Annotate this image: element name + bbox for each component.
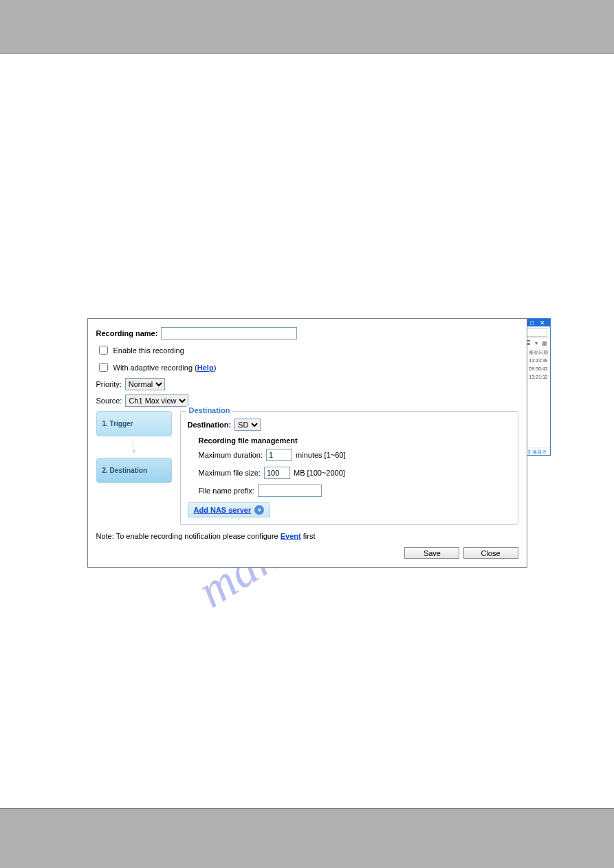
help-link[interactable]: Help bbox=[197, 364, 214, 372]
recording-name-label: Recording name: bbox=[96, 329, 158, 337]
destination-fieldset: Destination Destination: SD Recording fi… bbox=[180, 411, 518, 525]
max-duration-suffix: minutes [1~60] bbox=[296, 451, 345, 459]
destination-select[interactable]: SD bbox=[234, 419, 261, 431]
fs-view-grid-icon[interactable]: ▦ bbox=[542, 340, 547, 346]
filename-prefix-input[interactable] bbox=[258, 485, 322, 497]
source-label: Source: bbox=[96, 397, 122, 405]
enable-recording-checkbox[interactable] bbox=[99, 346, 108, 355]
recording-name-input[interactable] bbox=[161, 327, 297, 340]
save-button[interactable]: Save bbox=[404, 547, 459, 559]
step-trigger[interactable]: 1. Trigger bbox=[96, 411, 172, 436]
destination-label: Destination: bbox=[188, 421, 232, 429]
max-filesize-suffix: MB [100~2000] bbox=[294, 469, 345, 477]
recording-settings-panel: Recording name: Enable this recording Wi… bbox=[87, 318, 527, 568]
destination-legend: Destination bbox=[186, 406, 233, 414]
footer-bar bbox=[0, 809, 614, 868]
step-arrow-icon: │▾ bbox=[96, 438, 172, 456]
header-bar bbox=[0, 0, 614, 53]
enable-recording-label: Enable this recording bbox=[113, 346, 184, 355]
adaptive-recording-checkbox[interactable] bbox=[99, 363, 108, 372]
source-select[interactable]: Ch1 Max view bbox=[125, 394, 188, 407]
max-filesize-input[interactable] bbox=[264, 467, 290, 479]
fs-view-sort-icon[interactable]: ▾ bbox=[535, 340, 538, 346]
chevron-down-icon: ▾ bbox=[254, 505, 264, 515]
max-filesize-label: Maximum file size: bbox=[199, 469, 261, 477]
note-text: Note: To enable recording notification p… bbox=[96, 532, 518, 540]
priority-label: Priority: bbox=[96, 380, 122, 388]
close-button[interactable]: Close bbox=[463, 547, 518, 559]
event-link[interactable]: Event bbox=[281, 532, 301, 540]
add-nas-label: Add NAS server bbox=[194, 506, 252, 514]
wizard-steps: 1. Trigger │▾ 2. Destination bbox=[96, 411, 172, 525]
priority-select[interactable]: Normal bbox=[125, 378, 165, 390]
step-destination[interactable]: 2. Destination bbox=[96, 458, 172, 483]
max-duration-label: Maximum duration: bbox=[199, 451, 263, 459]
rfm-heading: Recording file management bbox=[199, 436, 511, 445]
filename-prefix-label: File name prefix: bbox=[199, 487, 254, 495]
add-nas-button[interactable]: Add NAS server ▾ bbox=[188, 502, 271, 518]
adaptive-recording-label: With adaptive recording (Help) bbox=[113, 364, 217, 372]
max-duration-input[interactable] bbox=[266, 449, 292, 461]
